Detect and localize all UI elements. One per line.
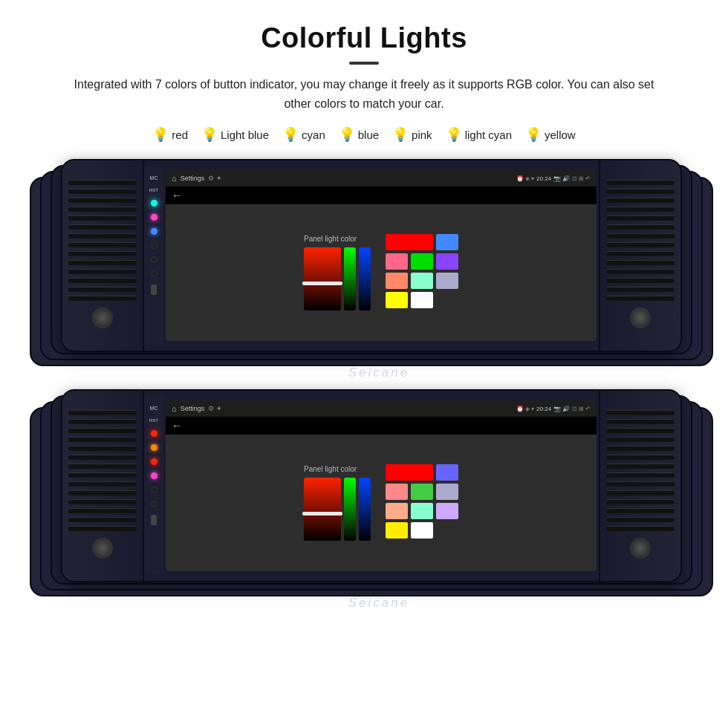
red-bulb-icon: 💡 xyxy=(152,126,169,143)
preset-purple1-b xyxy=(436,503,458,519)
screen-bottom: ⌂ Settings ⚙ ✦ ⏰ ◈ ▾ 20:24 📷 🔊 ⊡ ⊞ ↶ ← xyxy=(166,400,597,571)
color-item-lightcyan: 💡 light cyan xyxy=(446,126,512,143)
btn-rect-bottom xyxy=(151,515,157,525)
color-label-pink: pink xyxy=(412,129,432,141)
color-item-lightblue: 💡 Light blue xyxy=(201,126,269,143)
color-item-red: 💡 red xyxy=(152,126,188,143)
color-item-blue: 💡 blue xyxy=(339,126,379,143)
preset-grid-bottom xyxy=(386,464,458,542)
btn-pink-top xyxy=(151,214,157,221)
color-label-cyan: cyan xyxy=(302,129,325,141)
preset-mint1-b xyxy=(411,503,433,519)
preset-white1 xyxy=(411,292,433,308)
cyan-bulb-icon: 💡 xyxy=(282,126,299,143)
page-title: Colorful Lights xyxy=(30,22,698,54)
button-strip-bottom: MC RST xyxy=(144,397,163,575)
color-label-blue: blue xyxy=(358,129,379,141)
btn-rect-top xyxy=(151,284,157,295)
preset-pink1-b xyxy=(386,484,408,500)
settings-label-bottom: Settings xyxy=(181,405,205,412)
lightblue-bulb-icon: 💡 xyxy=(201,126,218,143)
slider-g-bottom xyxy=(344,478,356,541)
watermark-top: Seicane xyxy=(348,365,409,380)
color-item-pink: 💡 pink xyxy=(392,126,432,143)
slider-blue-top xyxy=(359,247,371,310)
title-section: Colorful Lights xyxy=(30,22,698,65)
btn-off2-bottom xyxy=(151,501,157,507)
color-labels: 💡 red 💡 Light blue 💡 cyan 💡 blue 💡 pink … xyxy=(30,126,698,143)
back-arrow-bottom[interactable]: ← xyxy=(166,417,597,435)
preset-pink1 xyxy=(386,253,408,270)
preset-gray1 xyxy=(436,273,458,289)
screen-body-top: Panel light color xyxy=(166,204,597,341)
btn-off2-top xyxy=(151,256,157,263)
screen-topbar-bottom: ⌂ Settings ⚙ ✦ ⏰ ◈ ▾ 20:24 📷 🔊 ⊡ ⊞ ↶ xyxy=(166,400,597,417)
btn-pink-bottom xyxy=(151,472,157,479)
slider-b-bottom xyxy=(359,478,371,541)
blue-bulb-icon: 💡 xyxy=(339,126,355,143)
preset-gray1-b xyxy=(436,484,458,500)
watermark-bottom: Seicane xyxy=(348,596,409,611)
settings-label-top: Settings xyxy=(181,175,205,182)
main-unit-bottom: MC RST ⌂ Settings ⚙ ✦ xyxy=(61,389,682,582)
btn-blue-top xyxy=(151,228,157,235)
bottom-car-row: MC RST ⌂ Settings ⚙ ✦ xyxy=(30,389,728,612)
main-unit-top: MC RST ⌂ Settings ⚙ ✦ xyxy=(61,159,682,352)
preset-green1-b xyxy=(411,484,433,500)
slider-r-bottom xyxy=(304,478,341,541)
time-bottom: 20:24 xyxy=(536,406,551,412)
preset-green1 xyxy=(411,253,433,270)
screen-body-bottom: Panel light color xyxy=(166,435,597,571)
time-top: 20:24 xyxy=(536,175,551,182)
btn-cyan-top xyxy=(151,200,157,206)
page-wrapper: Colorful Lights Integrated with 7 colors… xyxy=(0,0,728,627)
title-divider xyxy=(349,62,379,65)
left-panel-bottom: Panel light color xyxy=(304,465,371,541)
preset-purple1 xyxy=(436,253,458,270)
preset-yellow1-b xyxy=(386,522,408,539)
preset-grid-top xyxy=(386,234,458,311)
yellow-bulb-icon: 💡 xyxy=(525,126,542,143)
btn-off3-top xyxy=(151,270,157,277)
preset-yellow1 xyxy=(386,292,408,308)
preset-blue1 xyxy=(436,234,458,250)
screen-topbar-top: ⌂ Settings ⚙ ✦ ⏰ ◈ ▾ 20:24 📷 🔊 ⊡ ⊞ ↶ xyxy=(166,170,597,186)
color-label-lightcyan: light cyan xyxy=(465,129,512,141)
preset-white1-b xyxy=(411,522,433,539)
btn-red1-bottom xyxy=(151,430,157,437)
right-vent-bottom xyxy=(599,391,680,581)
btn-off1-top xyxy=(151,242,157,249)
preset-red-wide-b xyxy=(386,464,433,481)
pink-bulb-icon: 💡 xyxy=(392,126,409,143)
sliders-top xyxy=(304,247,371,310)
description-text: Integrated with 7 colors of button indic… xyxy=(59,75,669,113)
panel-label-top: Panel light color xyxy=(304,235,357,243)
button-strip-top: MC RST xyxy=(144,166,163,345)
btn-red2-bottom xyxy=(151,458,157,465)
btn-orange-bottom xyxy=(151,444,157,451)
color-label-red: red xyxy=(172,129,188,141)
back-arrow-top[interactable]: ← xyxy=(166,186,597,204)
sliders-bottom xyxy=(304,478,371,541)
preset-red-wide xyxy=(386,234,433,250)
left-panel-top: Panel light color xyxy=(304,235,371,310)
slider-green-top xyxy=(344,247,356,310)
left-vent-top xyxy=(62,160,144,351)
preset-blue1-b xyxy=(436,464,458,481)
preset-mint1 xyxy=(411,273,433,289)
color-item-cyan: 💡 cyan xyxy=(282,126,325,143)
preset-orange1 xyxy=(386,273,408,289)
screen-top: ⌂ Settings ⚙ ✦ ⏰ ◈ ▾ 20:24 📷 🔊 ⊡ ⊞ ↶ ← xyxy=(166,170,597,341)
top-car-row: MC RST ⌂ Settings ⚙ ✦ xyxy=(30,159,728,382)
color-item-yellow: 💡 yellow xyxy=(525,126,576,143)
left-vent-bottom xyxy=(62,391,144,581)
lightcyan-bulb-icon: 💡 xyxy=(446,126,462,143)
btn-off1-bottom xyxy=(151,487,157,493)
slider-top xyxy=(304,247,341,310)
color-label-yellow: yellow xyxy=(545,129,576,141)
right-vent-top xyxy=(599,160,680,351)
panel-label-bottom: Panel light color xyxy=(304,465,357,473)
color-label-lightblue: Light blue xyxy=(221,129,269,141)
preset-orange1-b xyxy=(386,503,408,519)
